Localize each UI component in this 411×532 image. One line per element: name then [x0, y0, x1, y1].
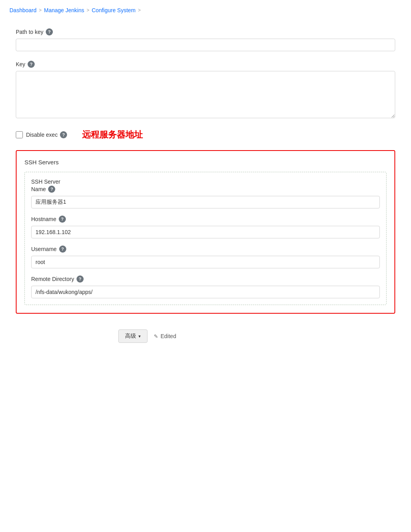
username-help-icon[interactable]: ? [59, 246, 66, 253]
key-textarea[interactable] [16, 71, 395, 118]
path-to-key-group: Path to key ? [16, 28, 395, 51]
ssh-server-name-label: Name ? [31, 186, 380, 193]
hostname-input[interactable] [31, 226, 380, 238]
edited-label: ✎ Edited [154, 333, 176, 339]
key-label: Key ? [16, 61, 395, 68]
ssh-server-heading: SSH Server [31, 179, 380, 185]
breadcrumb-manage-jenkins[interactable]: Manage Jenkins [44, 7, 84, 13]
advanced-button-label: 高级 [125, 333, 136, 340]
chevron-down-icon: ▾ [138, 334, 141, 339]
disable-exec-help-icon[interactable]: ? [60, 131, 67, 138]
key-help-icon[interactable]: ? [28, 61, 35, 68]
path-to-key-input[interactable] [16, 39, 395, 51]
ssh-server-inner: SSH Server Name ? Hostname ? [24, 172, 387, 305]
ssh-server-name-input[interactable] [31, 196, 380, 208]
advanced-button[interactable]: 高级 ▾ [118, 329, 148, 343]
path-to-key-help-icon[interactable]: ? [46, 28, 53, 35]
hostname-label: Hostname ? [31, 216, 380, 223]
username-label-text: Username [31, 246, 57, 252]
disable-exec-label-text: Disable exec [26, 132, 58, 138]
key-label-text: Key [16, 61, 25, 67]
path-to-key-label-text: Path to key [16, 29, 43, 35]
ssh-server-name-help-icon[interactable]: ? [48, 186, 55, 193]
username-group: Username ? [31, 246, 380, 268]
username-input[interactable] [31, 256, 380, 268]
breadcrumb-dashboard[interactable]: Dashboard [9, 7, 37, 13]
hostname-group: Hostname ? [31, 216, 380, 238]
breadcrumb: Dashboard > Manage Jenkins > Configure S… [0, 0, 411, 20]
breadcrumb-configure-system[interactable]: Configure System [92, 7, 135, 13]
disable-exec-label: Disable exec ? [26, 131, 67, 138]
ssh-server-name-group: SSH Server Name ? [31, 179, 380, 208]
breadcrumb-sep-3: > [138, 7, 141, 13]
main-content: Path to key ? Key ? Disable exec ? 远程服务器… [0, 20, 411, 359]
remote-dir-label-text: Remote Directory [31, 276, 74, 282]
key-group: Key ? [16, 61, 395, 119]
ssh-servers-container: SSH Servers SSH Server Name ? Hostname [16, 150, 395, 314]
remote-dir-label: Remote Directory ? [31, 275, 380, 283]
breadcrumb-sep-1: > [39, 7, 42, 13]
hostname-help-icon[interactable]: ? [59, 216, 66, 223]
page-wrapper: Dashboard > Manage Jenkins > Configure S… [0, 0, 411, 532]
username-label: Username ? [31, 246, 380, 253]
annotation-text: 远程服务器地址 [82, 129, 143, 141]
remote-dir-input[interactable] [31, 286, 380, 298]
breadcrumb-sep-2: > [86, 7, 89, 13]
remote-dir-help-icon[interactable]: ? [77, 275, 84, 283]
edited-text: Edited [161, 333, 176, 339]
disable-exec-row: Disable exec ? 远程服务器地址 [16, 129, 395, 141]
ssh-server-name-sublabel: Name [31, 186, 46, 192]
hostname-label-text: Hostname [31, 216, 56, 222]
pencil-icon: ✎ [154, 333, 158, 339]
remote-dir-group: Remote Directory ? [31, 275, 380, 298]
ssh-servers-title: SSH Servers [24, 159, 387, 166]
disable-exec-checkbox[interactable] [16, 131, 23, 138]
path-to-key-label: Path to key ? [16, 28, 395, 35]
bottom-bar: 高级 ▾ ✎ Edited [118, 323, 395, 343]
